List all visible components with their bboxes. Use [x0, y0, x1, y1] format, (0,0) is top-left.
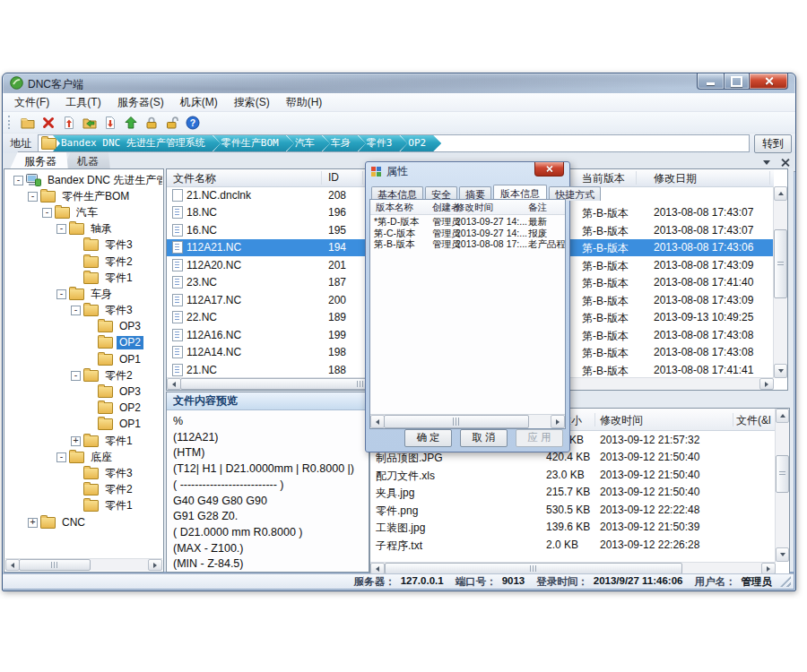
column-header-note[interactable]: 备注	[528, 202, 547, 214]
close-pane-icon[interactable]	[781, 159, 789, 167]
tree-item[interactable]: OP1	[6, 351, 162, 367]
unlock-icon[interactable]	[164, 115, 180, 131]
tree-item[interactable]: - 轴承	[6, 221, 162, 237]
breadcrumb-item[interactable]: 零件生产BOM	[213, 135, 294, 151]
help-icon[interactable]: ?	[185, 115, 201, 131]
go-button[interactable]: 转到	[754, 134, 792, 153]
version-row[interactable]: *第-D-版本 管理员 2013-09-27 14:... 最新	[370, 216, 565, 228]
toolbar-grip[interactable]	[8, 116, 13, 129]
version-row[interactable]: 第-B-版本 管理员 2013-08-08 17:... 老产品程序	[370, 238, 565, 250]
attachment-row[interactable]: 配刀文件.xls 23.0 KB 2013-09-12 21:50:40	[370, 466, 776, 484]
menu-item[interactable]: 机床(M)	[172, 93, 226, 112]
tree-item[interactable]: - 车身	[6, 286, 162, 302]
dialog-titlebar[interactable]: 属性	[366, 162, 569, 181]
tree-expand-toggle[interactable]: -	[42, 208, 52, 218]
checkin-file-icon[interactable]	[61, 115, 77, 131]
tree-expand-toggle[interactable]	[71, 469, 81, 478]
cancel-button[interactable]: 取消	[460, 429, 508, 447]
attachment-row[interactable]: 工装图.jpg 139.6 KB 2013-09-12 21:50:39	[370, 519, 776, 537]
checkout-file-icon[interactable]	[102, 115, 118, 131]
tree-expand-toggle[interactable]	[71, 273, 81, 283]
menu-item[interactable]: 文件(F)	[6, 93, 57, 112]
column-header-modified[interactable]: 修改时间	[600, 413, 643, 428]
tree-expand-toggle[interactable]: -	[13, 176, 23, 185]
scroll-left-icon[interactable]	[5, 559, 20, 571]
upload-arrow-icon[interactable]	[123, 115, 139, 131]
tree-expand-toggle[interactable]: +	[28, 518, 38, 528]
scrollbar-thumb[interactable]	[384, 415, 529, 428]
tree-expand-toggle[interactable]: -	[28, 192, 38, 202]
scroll-right-icon[interactable]	[148, 559, 162, 571]
delete-icon[interactable]	[40, 115, 56, 131]
tree-item[interactable]: OP1	[6, 417, 162, 433]
scroll-up-icon[interactable]	[774, 186, 787, 201]
address-input[interactable]: Bandex DNC 先进生产管理系统零件生产BOM汽车车身零件3OP2	[38, 134, 750, 152]
tree-item[interactable]: 零件3	[6, 465, 162, 481]
column-header-name[interactable]: 文件名称	[173, 171, 216, 186]
tree-expand-toggle[interactable]	[71, 501, 81, 511]
version-row[interactable]: 第-C-版本 管理员 2013-09-27 14:... 报废	[370, 228, 565, 239]
scrollbar-thumb[interactable]	[776, 455, 789, 493]
tree-item[interactable]: 零件1	[6, 270, 162, 286]
menu-item[interactable]: 搜索(S)	[226, 93, 278, 112]
tree-item[interactable]: - 汽车	[6, 204, 162, 220]
scroll-down-icon[interactable]	[776, 547, 789, 562]
scroll-down-icon[interactable]	[774, 364, 787, 378]
dialog-horizontal-scrollbar[interactable]	[370, 414, 565, 428]
breadcrumb-item[interactable]: Bandex DNC 先进生产管理系统	[53, 135, 221, 151]
attachments-vertical-scrollbar[interactable]	[775, 409, 789, 562]
tree-item[interactable]: - 底座	[6, 449, 162, 465]
tree-item[interactable]: - 零件2	[6, 367, 162, 383]
folder-icon[interactable]	[20, 115, 36, 131]
attachment-row[interactable]: 零件.png 530.5 KB 2013-09-12 22:22:48	[370, 501, 776, 519]
tree-item[interactable]: - 零件3	[6, 303, 162, 319]
tree-item[interactable]: + 零件1	[6, 433, 162, 449]
tree-expand-toggle[interactable]	[85, 419, 95, 429]
tree-expand-toggle[interactable]	[71, 257, 81, 267]
tree-expand-toggle[interactable]	[71, 240, 81, 250]
column-header-id[interactable]: ID	[328, 171, 339, 184]
lock-icon[interactable]	[143, 115, 160, 131]
menu-item[interactable]: 工具(T)	[57, 93, 108, 112]
tree-expand-toggle[interactable]	[85, 403, 95, 413]
attachment-row[interactable]: 子程序.txt 2.0 KB 2013-09-12 22:26:28	[370, 537, 776, 555]
dialog-close-button[interactable]	[534, 162, 564, 177]
tree-item[interactable]: OP2	[6, 401, 162, 417]
tree-horizontal-scrollbar[interactable]	[5, 558, 162, 571]
scroll-right-icon[interactable]	[551, 415, 565, 428]
tree-expand-toggle[interactable]	[85, 338, 95, 348]
scrollbar-thumb[interactable]	[774, 229, 787, 298]
tree-expand-toggle[interactable]	[85, 322, 95, 332]
tree-item[interactable]: 零件2	[6, 254, 162, 270]
ok-button[interactable]: 确定	[404, 429, 452, 447]
open-folder-icon[interactable]	[82, 115, 98, 131]
maximize-button[interactable]	[725, 73, 749, 90]
tree-expand-toggle[interactable]: -	[56, 452, 66, 462]
tree-item[interactable]: 零件2	[6, 482, 162, 498]
tree-item[interactable]: 零件3	[6, 237, 162, 254]
scroll-left-icon[interactable]	[370, 415, 385, 428]
column-header-version[interactable]: 当前版本	[582, 171, 625, 186]
breadcrumb-item[interactable]: 零件3	[359, 135, 408, 151]
menu-item[interactable]: 帮助(H)	[278, 93, 331, 112]
column-header-date[interactable]: 修改日期	[654, 171, 697, 186]
chevron-down-icon[interactable]	[763, 160, 770, 168]
scroll-left-icon[interactable]	[167, 378, 181, 390]
dialog-tab[interactable]: 版本信息	[493, 185, 547, 199]
close-button[interactable]	[749, 73, 788, 90]
minimize-button[interactable]	[697, 73, 725, 90]
tree-expand-toggle[interactable]: -	[56, 224, 66, 234]
resize-grip[interactable]	[780, 576, 791, 587]
file-list-vertical-scrollbar[interactable]	[773, 186, 787, 378]
tree-item[interactable]: OP3	[6, 383, 162, 400]
titlebar[interactable]: DNC客户端	[3, 73, 795, 93]
tree-item[interactable]: OP2	[6, 335, 162, 351]
column-header-file[interactable]: 文件(&l	[736, 413, 771, 428]
tree-item[interactable]: OP3	[6, 319, 162, 335]
tree-expand-toggle[interactable]	[85, 387, 95, 397]
tree-item[interactable]: - Bandex DNC 先进生产管理系统	[6, 172, 162, 188]
column-header-version-name[interactable]: 版本名称	[376, 202, 413, 214]
tree-expand-toggle[interactable]: -	[71, 371, 81, 381]
tree-expand-toggle[interactable]	[85, 355, 95, 365]
tree-expand-toggle[interactable]: -	[56, 289, 66, 299]
